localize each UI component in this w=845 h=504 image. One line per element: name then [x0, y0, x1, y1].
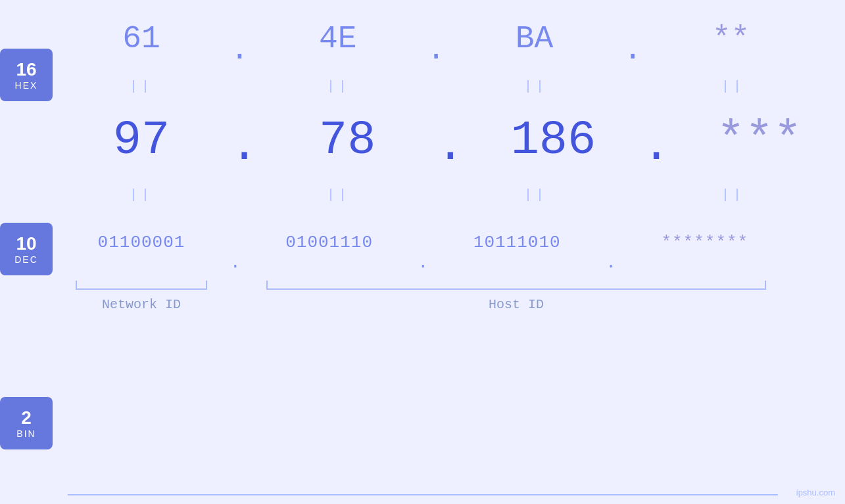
bin-b4-value: ********: [661, 233, 748, 252]
dec-b3-cell: 186: [464, 114, 642, 168]
dec-dot2: .: [436, 120, 464, 173]
dec-b1-cell: 97: [53, 114, 230, 168]
bot-bracket-net: [53, 281, 230, 290]
dec-b3-value: 186: [511, 114, 596, 168]
bin-b4-cell: ********: [616, 233, 794, 252]
bin-badge-wrapper: 2 BIN: [0, 364, 53, 482]
host-id-label: Host ID: [250, 297, 783, 312]
bin-badge-number: 2: [21, 407, 32, 428]
bot-bracket-row: [53, 281, 845, 294]
data-column: 61 . 4E . BA . ** || ||: [53, 6, 845, 482]
bin-b1-cell: 01100001: [53, 233, 230, 252]
hex-b4-value: **: [712, 21, 750, 57]
hex-dot3: .: [623, 32, 642, 68]
eq1-b4: ||: [644, 79, 822, 94]
bin-b3-value: 10111010: [473, 233, 561, 252]
dec-b4-value: ***: [717, 114, 802, 168]
class-line: [68, 494, 778, 495]
eq2-b4: ||: [644, 187, 822, 202]
bin-dot2: .: [418, 253, 429, 273]
bin-b1-value: 01100001: [98, 233, 185, 252]
eq1-b1: ||: [53, 79, 230, 94]
top-brackets: [92, 0, 845, 3]
bot-bracket-host: [250, 281, 783, 290]
bot-bracket-host-line: [266, 281, 766, 290]
hex-b4-cell: **: [642, 21, 819, 57]
hex-b2-cell: 4E: [249, 21, 427, 57]
hex-dot1: .: [230, 32, 249, 68]
dec-b2-cell: 78: [258, 114, 436, 168]
eq-row2: || || || ||: [53, 180, 845, 210]
eq-row1: || || || ||: [53, 72, 845, 101]
bin-dot3: .: [606, 253, 616, 273]
bot-bracket-net-line: [76, 281, 207, 290]
hex-b1-cell: 61: [53, 21, 230, 57]
bin-b3-cell: 10111010: [428, 233, 606, 252]
hex-b3-value: BA: [516, 21, 554, 57]
hex-b1-value: 61: [122, 21, 160, 57]
eq2-b1: ||: [53, 187, 230, 202]
watermark: ipshu.com: [796, 488, 835, 497]
bin-b2-cell: 01001110: [241, 233, 418, 252]
dec-badge: 10 DEC: [0, 223, 53, 275]
top-brackets-row: [0, 0, 845, 3]
dec-dot1: .: [230, 120, 258, 173]
eq2-b2: ||: [250, 187, 427, 202]
hex-badge-number: 16: [16, 59, 36, 80]
bracket-b4: [662, 0, 840, 3]
hex-dot2: .: [427, 32, 446, 68]
dec-badge-number: 10: [16, 233, 36, 254]
class-section: Class A: [68, 488, 778, 504]
dec-badge-label: DEC: [14, 254, 38, 265]
bin-b2-value: 01001110: [285, 233, 373, 252]
hex-row: 61 . 4E . BA . **: [53, 6, 845, 72]
hex-b3-cell: BA: [446, 21, 623, 57]
all-rows: 16 HEX 10 DEC 2 BIN: [0, 6, 845, 482]
dec-b2-value: 78: [319, 114, 375, 168]
label-row: Network ID Host ID: [53, 294, 845, 320]
eq2-b3: ||: [447, 187, 625, 202]
badges-column: 16 HEX 10 DEC 2 BIN: [0, 6, 53, 482]
bracket-b3: [474, 0, 652, 3]
hex-badge: 16 HEX: [0, 49, 53, 101]
bin-dot1: .: [230, 253, 241, 273]
hex-badge-wrapper: 16 HEX: [0, 16, 53, 134]
main-container: 1st Byte 2nd Byte 3rd Byte 4th Byte 16 H…: [0, 0, 845, 504]
hex-b2-value: 4E: [319, 21, 357, 57]
bin-badge: 2 BIN: [0, 397, 53, 449]
spacer: [0, 0, 92, 3]
bracket-b1: [97, 0, 275, 3]
dec-dot3: .: [642, 120, 670, 173]
dec-b1-value: 97: [113, 114, 170, 168]
hex-badge-label: HEX: [15, 80, 38, 91]
bin-row: 01100001 . 01001110 . 10111010 . *******…: [53, 210, 845, 275]
dec-badge-wrapper: 10 DEC: [0, 190, 53, 308]
dec-row: 97 . 78 . 186 . ***: [53, 101, 845, 180]
dec-b4-cell: ***: [671, 114, 845, 168]
bracket-b2: [285, 0, 463, 3]
bin-badge-label: BIN: [16, 428, 36, 439]
eq1-b3: ||: [447, 79, 625, 94]
eq1-b2: ||: [250, 79, 427, 94]
network-id-label: Network ID: [53, 297, 230, 312]
